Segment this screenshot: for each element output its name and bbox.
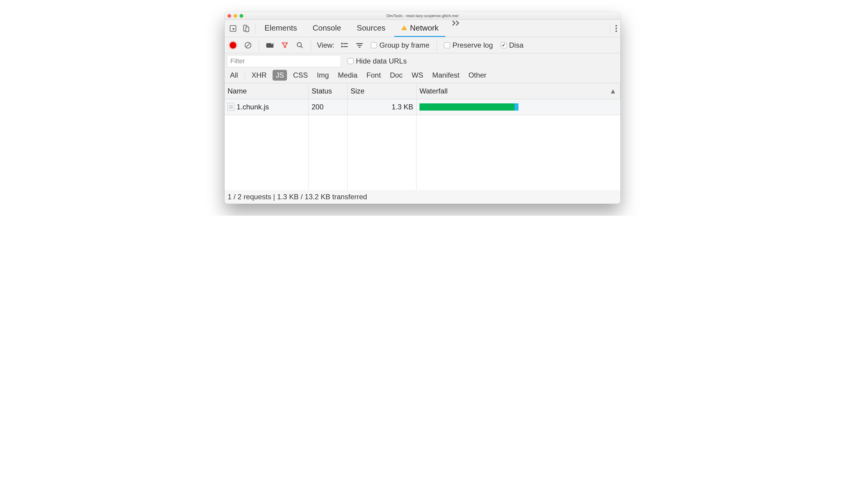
svg-rect-13 [344, 43, 348, 44]
svg-rect-18 [359, 47, 360, 48]
devtools-window: DevTools - react-lazy-suspense.glitch.me… [225, 12, 620, 204]
type-filter-ws[interactable]: WS [409, 70, 426, 80]
svg-point-5 [616, 25, 617, 26]
record-button[interactable] [226, 39, 240, 52]
request-name: 1.chunk.js [236, 103, 269, 111]
waterfall-tail-bar [514, 103, 518, 111]
column-header-size[interactable]: Size [348, 83, 417, 99]
column-header-name[interactable]: Name [225, 83, 309, 99]
tab-sources[interactable]: Sources [350, 20, 392, 37]
type-filter-doc[interactable]: Doc [387, 70, 406, 80]
svg-rect-3 [404, 27, 405, 29]
view-label: View: [315, 41, 336, 50]
disable-cache-control[interactable]: Disa [498, 41, 527, 50]
close-window-button[interactable] [228, 14, 231, 18]
svg-rect-4 [404, 29, 405, 29]
preserve-log-label: Preserve log [453, 41, 493, 50]
svg-rect-17 [357, 45, 362, 46]
group-by-frame-control[interactable]: Group by frame [368, 41, 433, 50]
minimize-window-button[interactable] [233, 14, 237, 18]
svg-rect-12 [341, 43, 343, 44]
divider [311, 40, 311, 51]
column-header-status[interactable]: Status [309, 83, 348, 99]
checkbox-icon[interactable] [348, 58, 354, 64]
size-value: 1.3 KB [392, 103, 413, 111]
type-filter-img[interactable]: Img [314, 70, 332, 80]
network-toolbar: View: Group by frame Preserve log Disa [225, 37, 620, 53]
divider [259, 40, 259, 51]
settings-area [608, 23, 617, 34]
inspect-element-icon[interactable] [226, 22, 240, 35]
window-title: DevTools - react-lazy-suspense.glitch.me… [387, 14, 459, 18]
titlebar: DevTools - react-lazy-suspense.glitch.me… [225, 12, 620, 20]
filter-input[interactable] [227, 55, 341, 67]
divider [437, 40, 437, 51]
panel-tabs: Elements Console Sources Network [258, 20, 464, 37]
cell-size: 1.3 KB [348, 99, 417, 115]
svg-rect-14 [341, 46, 343, 47]
waterfall-download-bar [420, 103, 514, 111]
svg-point-11 [297, 42, 301, 47]
kebab-menu-icon[interactable] [615, 24, 617, 32]
type-filter-media[interactable]: Media [335, 70, 360, 80]
tab-label: Console [313, 23, 341, 33]
large-rows-icon[interactable] [338, 39, 351, 52]
tab-network[interactable]: Network [394, 20, 445, 37]
filter-icon[interactable] [278, 39, 292, 52]
filter-bar: Hide data URLs [225, 53, 620, 69]
checkbox-icon[interactable] [371, 42, 377, 48]
sort-indicator-icon: ▲ [609, 87, 617, 95]
type-filter-js[interactable]: JS [272, 70, 287, 80]
status-value: 200 [312, 103, 323, 111]
disable-cache-label: Disa [509, 41, 524, 50]
group-by-frame-label: Group by frame [379, 41, 429, 50]
panel-tabbar: Elements Console Sources Network [225, 20, 620, 37]
overview-icon[interactable] [353, 39, 366, 52]
warning-icon [401, 24, 407, 31]
tab-elements[interactable]: Elements [258, 20, 303, 37]
network-table: Name Status Size Waterfall ▲ 1.chunk.js … [225, 83, 620, 115]
tab-console[interactable]: Console [306, 20, 348, 37]
svg-rect-2 [246, 27, 249, 32]
type-filter-other[interactable]: Other [465, 70, 489, 80]
tab-label: Sources [357, 23, 385, 33]
checkbox-icon[interactable] [501, 42, 507, 48]
column-header-waterfall[interactable]: Waterfall ▲ [417, 83, 620, 99]
device-toolbar-icon[interactable] [240, 22, 253, 35]
table-empty-area [225, 115, 620, 190]
more-tabs-icon[interactable] [448, 20, 464, 37]
divider [610, 23, 610, 34]
waterfall-bar [420, 103, 617, 111]
type-filter-manifest[interactable]: Manifest [429, 70, 463, 80]
status-text: 1 / 2 requests | 1.3 KB / 13.2 KB transf… [228, 193, 367, 201]
svg-rect-16 [356, 43, 363, 44]
cell-waterfall [417, 99, 620, 115]
zoom-window-button[interactable] [240, 14, 243, 18]
traffic-lights [225, 14, 243, 18]
tab-label: Elements [264, 23, 297, 33]
column-label: Name [228, 87, 247, 95]
clear-button[interactable] [241, 39, 254, 52]
type-filter-font[interactable]: Font [364, 70, 384, 80]
type-filter-xhr[interactable]: XHR [249, 70, 270, 80]
hide-data-urls-control[interactable]: Hide data URLs [348, 57, 407, 65]
tab-label: Network [410, 23, 438, 33]
capture-screenshots-icon[interactable] [263, 39, 277, 52]
resource-type-bar: All XHR JS CSS Img Media Font Doc WS Man… [225, 69, 620, 83]
status-bar: 1 / 2 requests | 1.3 KB / 13.2 KB transf… [225, 190, 620, 204]
cell-name: 1.chunk.js [225, 99, 309, 115]
file-icon [228, 103, 234, 111]
column-label: Status [312, 87, 332, 95]
svg-point-6 [616, 28, 617, 29]
svg-point-10 [271, 43, 272, 44]
cell-status: 200 [309, 99, 348, 115]
svg-point-7 [616, 30, 617, 32]
svg-rect-15 [344, 46, 348, 47]
type-filter-all[interactable]: All [227, 70, 241, 80]
preserve-log-control[interactable]: Preserve log [441, 41, 496, 50]
column-label: Size [351, 87, 365, 95]
type-filter-css[interactable]: CSS [290, 70, 311, 80]
hide-data-urls-label: Hide data URLs [356, 57, 407, 65]
checkbox-icon[interactable] [444, 42, 450, 48]
search-icon[interactable] [293, 39, 306, 52]
